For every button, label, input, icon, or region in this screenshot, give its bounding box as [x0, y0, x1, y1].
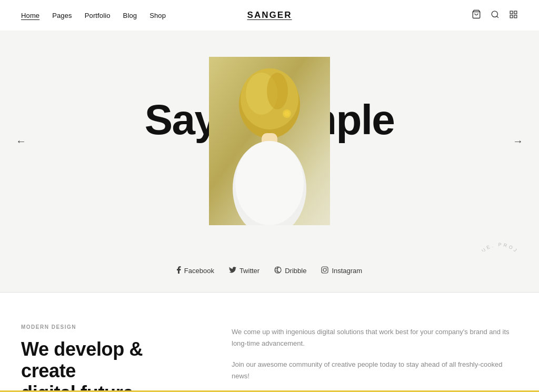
hero-section: Say a Simple Hello!: [0, 31, 539, 252]
svg-point-17: [284, 111, 290, 116]
facebook-label: Facebook: [184, 267, 214, 275]
svg-line-2: [497, 16, 498, 17]
nav-portfolio[interactable]: Portfolio: [85, 12, 111, 19]
search-icon[interactable]: [491, 10, 500, 21]
social-instagram[interactable]: Instagram: [321, 266, 362, 275]
social-twitter[interactable]: Twitter: [229, 267, 259, 275]
section-label: MODERN DESIGN: [21, 324, 189, 330]
twitter-label: Twitter: [239, 267, 259, 275]
header-icons: [472, 9, 518, 21]
social-bar: Facebook Twitter Dribble Instagram: [0, 252, 539, 293]
content-heading: We develop & create digital future.: [21, 338, 189, 392]
svg-point-15: [235, 141, 304, 225]
rotating-badge: UNIQUE. PROJECT. FOR EVERY AS.: [465, 236, 534, 252]
site-logo[interactable]: SANGER: [247, 10, 292, 21]
nav-shop[interactable]: Shop: [149, 12, 166, 19]
nav-blog[interactable]: Blog: [123, 12, 137, 19]
dribble-label: Dribble: [285, 267, 306, 275]
svg-point-21: [323, 268, 326, 272]
facebook-icon: [177, 266, 181, 275]
svg-rect-6: [514, 15, 517, 17]
svg-rect-5: [510, 15, 513, 17]
instagram-icon: [321, 266, 328, 275]
svg-point-1: [492, 11, 497, 17]
svg-rect-20: [322, 267, 328, 273]
twitter-icon: [229, 267, 236, 275]
nav-home[interactable]: Home: [21, 12, 39, 19]
svg-point-22: [326, 268, 327, 268]
content-para1: We come up with ingenious digital soluti…: [232, 326, 518, 349]
grid-icon[interactable]: [509, 10, 518, 21]
svg-text:UNIQUE. PROJECT. FOR EVERY AS.: UNIQUE. PROJECT. FOR EVERY AS.: [472, 242, 527, 252]
hero-image: [209, 57, 330, 225]
svg-rect-3: [510, 11, 513, 14]
content-left: MODERN DESIGN We develop & create digita…: [21, 324, 189, 392]
cart-icon[interactable]: [472, 9, 481, 21]
next-arrow[interactable]: →: [507, 130, 528, 153]
social-facebook[interactable]: Facebook: [177, 266, 214, 275]
social-dribble[interactable]: Dribble: [274, 266, 306, 275]
svg-rect-4: [514, 11, 517, 14]
instagram-label: Instagram: [332, 267, 362, 275]
content-para2: Join our awesome community of creative p…: [232, 359, 518, 382]
content-right: We come up with ingenious digital soluti…: [232, 324, 518, 392]
prev-arrow[interactable]: ←: [11, 130, 32, 153]
site-header: Home Pages Portfolio Blog Shop SANGER: [0, 0, 539, 31]
content-section: MODERN DESIGN We develop & create digita…: [0, 293, 539, 392]
svg-point-12: [267, 73, 288, 109]
nav-pages[interactable]: Pages: [52, 12, 72, 19]
dribble-icon: [274, 266, 282, 275]
main-nav: Home Pages Portfolio Blog Shop: [21, 12, 166, 19]
